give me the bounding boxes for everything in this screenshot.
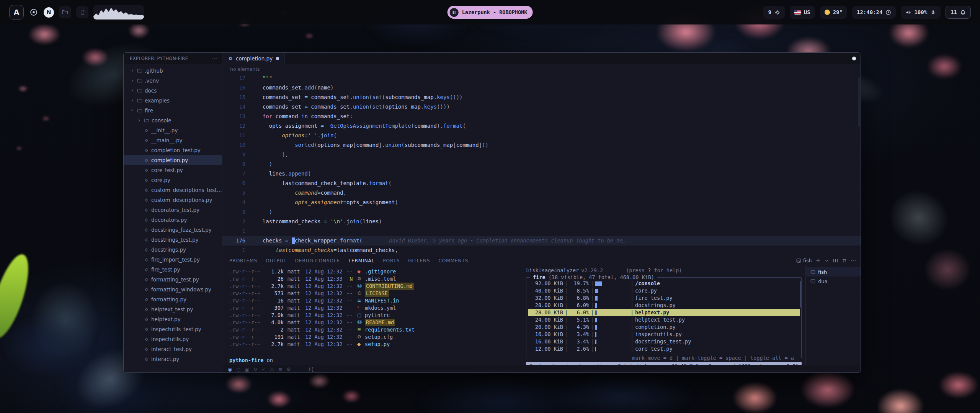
tree-item-completion_test.py[interactable]: completion_test.py [124,145,222,155]
statusbar-icon-6[interactable]: ⚠ [270,366,274,372]
tree-item-fire_import_test.py[interactable]: fire_import_test.py [124,255,222,265]
clock-widget[interactable]: 12:40:24 [852,6,896,19]
panel-tab-gitlens[interactable]: GITLENS [408,258,430,263]
new-terminal-button[interactable]: + [815,257,820,264]
panel-more-icon[interactable]: ⋯ [851,257,857,264]
terminal-pane[interactable]: .rw-r--r--1.2kmatt12 Aug 12:32--◆.gitign… [222,266,522,365]
split-terminal-icon[interactable] [833,258,838,263]
statusbar-icon-7[interactable]: ≡ [278,366,282,372]
tree-item-examples[interactable]: ›examples [124,96,222,106]
panel-tab-problems[interactable]: PROBLEMS [229,258,257,263]
weather-widget[interactable]: 29° [820,6,847,19]
code-line[interactable]: 10sorted(options_map[command].union(subc… [222,140,861,150]
code-line[interactable]: 11options=' '.join( [222,131,861,140]
app-launcher-button[interactable]: A [9,5,24,20]
tree-item-inspectutils_test.py[interactable]: inspectutils_test.py [124,324,222,334]
terminal-session-fish[interactable]: fish [806,267,861,276]
tab-completion-py[interactable]: completion.py [222,53,285,64]
dua-row[interactable]: 16.00 KiB|3.4%||docstrings_test.py [528,338,800,345]
code-line[interactable]: 5command=command, [222,188,861,198]
tree-item-core.py[interactable]: core.py [124,175,222,185]
volume-widget[interactable]: 100% [901,6,941,19]
dua-row[interactable]: 40.00 KiB|8.5%||core.py [528,287,800,294]
panel-tab-comments[interactable]: COMMENTS [438,258,468,263]
system-graph-widget[interactable] [93,5,144,20]
code-editor[interactable]: 17"""16commands_set.add(name)15commands_… [222,73,861,255]
tree-item-console[interactable]: ›console [124,115,222,125]
tree-item-.venv[interactable]: ›.venv [124,76,222,86]
workspace-badge[interactable]: N [44,7,54,18]
disk-usage-pane[interactable]: Disk Usage Analyzer v2.29.2 (press ? for… [522,266,805,365]
now-playing-widget[interactable]: Lazerpunk - ROBOPHONK [448,6,533,19]
dua-row[interactable]: 28.00 KiB|6.0%||helptext.py [528,309,800,316]
code-line[interactable]: 9), [222,150,861,159]
tree-item-__main__.py[interactable]: __main__.py [124,135,222,145]
tree-item-formatting_test.py[interactable]: formatting_test.py [124,275,222,285]
dua-row[interactable]: 16.00 KiB|3.4%||inspectutils.py [528,331,800,338]
tree-item-fire_test.py[interactable]: fire_test.py [124,265,222,275]
tree-item-.github[interactable]: ›.github [124,66,222,76]
tree-item-docstrings_fuzz_test.py[interactable]: docstrings_fuzz_test.py [124,225,222,235]
file-manager-button[interactable] [59,6,71,18]
code-line[interactable]: 15commands_set = commands_set.union(set(… [222,93,861,102]
tree-item-formatting.py[interactable]: formatting.py [124,294,222,304]
document-button[interactable] [76,6,88,18]
code-line[interactable]: 12opts_assignment = _GetOptsAssignmentTe… [222,121,861,131]
tree-item-interact_test.py[interactable]: interact_test.py [124,344,222,354]
target-icon[interactable] [29,7,39,17]
dua-row[interactable]: 20.00 KiB|4.3%||completion.py [528,324,800,331]
code-line[interactable]: 17""" [222,73,861,83]
statusbar-icon-1[interactable]: ◉ [228,366,232,372]
code-line[interactable]: 8) [222,159,861,169]
tree-item-inspectutils.py[interactable]: inspectutils.py [124,334,222,344]
dua-row[interactable]: 12.00 KiB|2.6%||core_test.py [528,345,800,353]
dua-row[interactable]: 24.00 KiB|5.1%||helptext_test.py [528,316,800,324]
editor-scrollbar[interactable] [858,77,860,127]
tree-item-fire[interactable]: ›fire [124,106,222,115]
dua-row[interactable]: 28.00 KiB|6.0%||docstrings.py [528,302,800,309]
tree-item-completion.py[interactable]: completion.py [124,155,222,165]
tree-item-decorators.py[interactable]: decorators.py [124,215,222,225]
tree-item-decorators_test.py[interactable]: decorators_test.py [124,205,222,215]
statusbar-icon-2[interactable]: ○ [236,366,240,372]
code-line[interactable]: 3) [222,207,861,217]
breadcrumb[interactable]: no elements [222,64,861,73]
statusbar-icon-3[interactable]: ▣ [245,366,249,372]
panel-tab-output[interactable]: OUTPUT [266,258,287,263]
chevron-down-icon[interactable] [824,258,829,263]
code-line[interactable]: 13for command in commands_set: [222,112,861,121]
statusbar-icon-5[interactable]: ✓ [261,366,265,372]
statusbar-icon-8[interactable]: ⚙ [286,366,291,372]
tree-item-helptext_test.py[interactable]: helptext_test.py [124,304,222,314]
panel-tab-terminal[interactable]: TERMINAL [348,258,374,263]
tree-item-docstrings.py[interactable]: docstrings.py [124,245,222,255]
tree-item-custom_descriptions_test.py[interactable]: custom_descriptions_test.py [124,185,222,195]
kill-terminal-icon[interactable] [842,258,847,263]
code-line[interactable]: 2lastcommand_checks = '\n'.join(lines) [222,217,861,226]
window-indicator-dot[interactable] [852,57,856,60]
explorer-more-icon[interactable]: ⋯ [212,55,217,62]
tree-item-core_test.py[interactable]: core_test.py [124,165,222,175]
code-line[interactable]: 14commands_set = commands_set.union(set(… [222,102,861,112]
code-line[interactable]: 7lines.append( [222,169,861,179]
tree-item-formatting_windows.py[interactable]: formatting_windows.py [124,285,222,294]
code-line[interactable]: 1 [222,226,861,236]
code-line[interactable]: 6lastcommand_check_template.format( [222,179,861,188]
code-line[interactable]: 1lastcommand_checks=lastcommand_checks, [222,246,861,255]
code-line[interactable]: 176checks = check_wrapper.format(David B… [222,236,861,246]
tree-item-__init__.py[interactable]: __init__.py [124,125,222,135]
tree-item-interact.py[interactable]: interact.py [124,354,222,364]
statusbar-icon-4[interactable]: ↻ [253,366,257,372]
modified-dot-icon[interactable] [276,57,279,60]
code-line[interactable]: 4opts_assignment=opts_assignment) [222,198,861,207]
dua-scrollbar[interactable] [800,281,801,307]
dua-row[interactable]: 32.00 KiB|6.8%||fire_test.py [528,294,800,302]
updates-indicator[interactable]: 9 [763,6,784,19]
tree-item-docstrings_test.py[interactable]: docstrings_test.py [124,235,222,245]
panel-tab-debug-console[interactable]: DEBUG CONSOLE [295,258,340,263]
tree-item-custom_descriptions.py[interactable]: custom_descriptions.py [124,195,222,205]
panel-tab-ports[interactable]: PORTS [383,258,400,263]
keyboard-layout-indicator[interactable]: US [790,6,815,19]
notifications-indicator[interactable]: 11 [946,6,971,19]
tree-item-docs[interactable]: ›docs [124,86,222,96]
